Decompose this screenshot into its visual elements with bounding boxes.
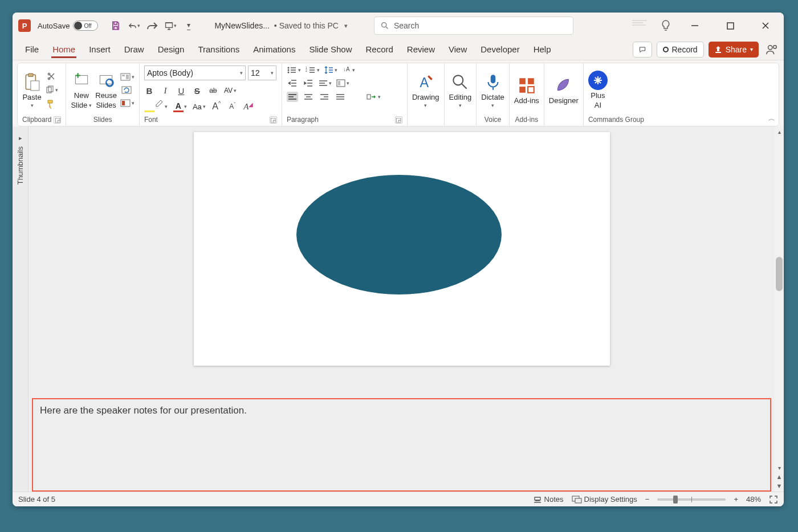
change-case-button[interactable]: Aa▾: [193, 103, 206, 111]
presence-icon[interactable]: [766, 43, 778, 56]
tab-draw[interactable]: Draw: [117, 41, 151, 58]
tab-insert[interactable]: Insert: [82, 41, 117, 58]
prev-slide-icon[interactable]: ▲: [776, 473, 783, 480]
scroll-thumb[interactable]: [776, 257, 783, 291]
align-left-button[interactable]: [287, 92, 298, 102]
dictate-button[interactable]: Dictate ▾: [481, 72, 504, 108]
thumbnails-pane[interactable]: ▸ Thumbnails: [13, 126, 28, 492]
strikethrough-button[interactable]: S: [192, 85, 202, 96]
tab-animations[interactable]: Animations: [246, 41, 302, 58]
addins-button[interactable]: Add-ins: [514, 76, 539, 105]
expand-thumbnails-icon[interactable]: ▸: [19, 134, 22, 142]
underline-button[interactable]: U: [176, 85, 186, 96]
slide[interactable]: [194, 132, 610, 366]
scroll-up-icon[interactable]: ▴: [778, 129, 781, 135]
speaker-notes-text[interactable]: Here are the speaker notes for our prese…: [40, 405, 247, 416]
zoom-slider[interactable]: [657, 498, 726, 501]
font-size-select[interactable]: 12▾: [248, 66, 276, 80]
bold-button[interactable]: B: [144, 85, 154, 96]
fit-to-window-button[interactable]: [769, 495, 778, 504]
format-painter-button[interactable]: [45, 98, 58, 109]
tab-developer[interactable]: Developer: [474, 41, 526, 58]
font-family-select[interactable]: Aptos (Body)▾: [144, 66, 246, 80]
customize-qat-button[interactable]: ▾: [182, 19, 195, 32]
shrink-font-button[interactable]: Aˇ: [227, 101, 238, 112]
redo-button[interactable]: [146, 19, 158, 32]
font-color-button[interactable]: A ▾: [173, 101, 187, 112]
char-spacing-button[interactable]: AV▾: [224, 87, 237, 95]
text-direction-button[interactable]: ↓A▾: [342, 66, 355, 75]
tab-help[interactable]: Help: [527, 41, 558, 58]
record-button[interactable]: Record: [657, 42, 704, 58]
align-right-button[interactable]: [319, 92, 330, 102]
speaker-notes-pane[interactable]: Here are the speaker notes for our prese…: [32, 398, 771, 492]
align-center-button[interactable]: [303, 92, 314, 102]
oval-shape[interactable]: [296, 175, 502, 294]
new-slide-button[interactable]: New Slide▾: [71, 71, 92, 109]
maximize-button[interactable]: [718, 14, 743, 37]
paragraph-launcher[interactable]: ◲: [395, 116, 402, 124]
editing-button[interactable]: Editing ▾: [449, 72, 472, 108]
layout-button[interactable]: ▾: [120, 73, 135, 81]
collapse-ribbon-button[interactable]: ︿: [768, 114, 775, 124]
justify-button[interactable]: [335, 92, 346, 102]
tab-transitions[interactable]: Transitions: [191, 41, 246, 58]
highlight-color-button[interactable]: A ▾: [144, 101, 168, 112]
double-strike-button[interactable]: ab: [208, 85, 218, 96]
paste-button[interactable]: Paste ▾: [22, 72, 42, 108]
line-spacing-button[interactable]: ▾: [324, 66, 337, 75]
numbering-button[interactable]: 12▾: [306, 66, 320, 74]
filename-label[interactable]: MyNewSlides...: [214, 21, 269, 30]
clipboard-launcher[interactable]: ◲: [54, 116, 61, 124]
zoom-slider-thumb[interactable]: [673, 496, 678, 504]
notes-toggle-button[interactable]: Notes: [533, 495, 564, 504]
copy-button[interactable]: ▾: [45, 85, 58, 95]
coming-soon-button[interactable]: [659, 19, 672, 32]
zoom-value[interactable]: 48%: [746, 495, 761, 504]
grow-font-button[interactable]: A^: [211, 101, 222, 112]
next-slide-icon[interactable]: ▼: [776, 482, 783, 489]
filename-chevron-icon[interactable]: ▾: [344, 22, 348, 30]
reuse-slides-button[interactable]: Reuse Slides: [95, 71, 117, 109]
account-button[interactable]: [632, 20, 649, 31]
cut-button[interactable]: [45, 71, 58, 82]
undo-button[interactable]: ▾: [128, 19, 140, 32]
font-launcher[interactable]: ◲: [270, 116, 277, 124]
vertical-scrollbar[interactable]: ▴ ▾ ▲ ▼: [775, 126, 784, 492]
tab-home[interactable]: Home: [46, 41, 82, 58]
reset-button[interactable]: [120, 84, 133, 96]
zoom-out-button[interactable]: −: [645, 495, 650, 504]
smartart-button[interactable]: ▾: [367, 93, 381, 101]
save-button[interactable]: [109, 19, 122, 32]
scroll-down-icon[interactable]: ▾: [778, 465, 781, 471]
italic-button[interactable]: I: [160, 85, 170, 96]
clear-formatting-button[interactable]: A◢: [243, 101, 254, 112]
slide-canvas-area[interactable]: [28, 126, 775, 392]
zoom-in-button[interactable]: +: [734, 495, 738, 504]
tab-record[interactable]: Record: [359, 41, 400, 58]
plus-ai-button[interactable]: Plus AI: [588, 71, 608, 109]
autosave-toggle[interactable]: Off: [73, 21, 98, 31]
tab-slideshow[interactable]: Slide Show: [302, 41, 359, 58]
tab-file[interactable]: File: [18, 41, 46, 58]
title-bar: P AutoSave Off ▾ ▾ ▾: [13, 13, 784, 39]
search-input[interactable]: Search: [374, 17, 573, 35]
align-text-button[interactable]: ▾: [319, 79, 332, 87]
section-button[interactable]: ▾: [120, 99, 135, 107]
minimize-button[interactable]: [682, 14, 707, 37]
present-from-start-button[interactable]: ▾: [164, 19, 177, 32]
scroll-track[interactable]: [776, 137, 783, 463]
designer-button[interactable]: Designer: [549, 76, 579, 105]
tab-review[interactable]: Review: [400, 41, 442, 58]
drawing-button[interactable]: A Drawing ▾: [412, 72, 439, 108]
bullets-button[interactable]: ▾: [287, 66, 301, 74]
share-button[interactable]: Share ▾: [709, 42, 759, 58]
columns-button[interactable]: ▾: [336, 79, 349, 88]
decrease-indent-button[interactable]: [287, 78, 298, 88]
tab-design[interactable]: Design: [151, 41, 192, 58]
increase-indent-button[interactable]: [303, 78, 314, 88]
close-button[interactable]: [753, 14, 778, 37]
comments-button[interactable]: [633, 42, 652, 58]
display-settings-button[interactable]: Display Settings: [572, 495, 637, 504]
tab-view[interactable]: View: [442, 41, 474, 58]
